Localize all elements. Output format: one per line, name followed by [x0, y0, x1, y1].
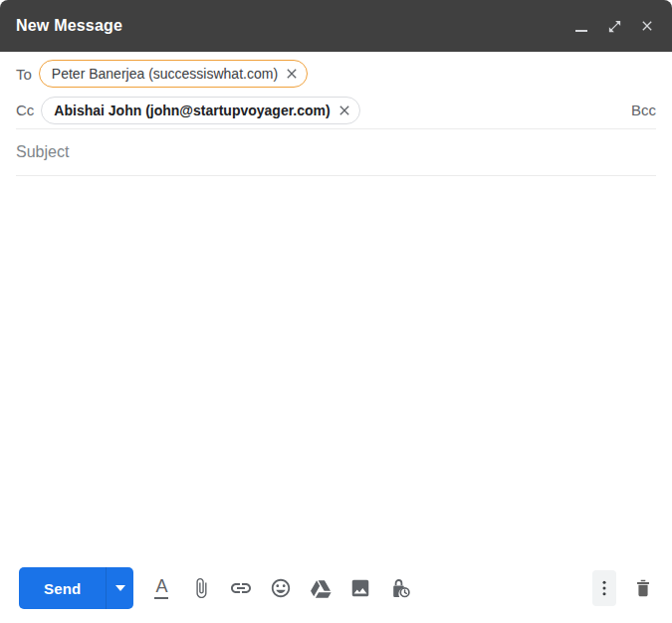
smiley-glyph [270, 577, 292, 599]
send-options-button[interactable] [106, 567, 133, 609]
bcc-toggle[interactable]: Bcc [631, 102, 656, 118]
insert-from-drive-icon[interactable] [309, 576, 333, 600]
recipient-fields: To Peter Banerjea (successiswhat.com) Cc… [0, 52, 672, 176]
close-glyph [639, 18, 655, 34]
close-glyph [284, 66, 300, 82]
recipient-chip-text: Peter Banerjea (successiswhat.com) [52, 66, 278, 82]
photo-glyph [349, 577, 371, 599]
subject-field[interactable] [16, 129, 656, 175]
titlebar: New Message [0, 0, 672, 52]
compose-window: New Message To Peter Banerjea (successis… [0, 0, 672, 623]
toolbar-right [592, 570, 655, 606]
send-split-button: Send [19, 567, 133, 609]
attach-files-icon[interactable] [189, 576, 213, 600]
paperclip-glyph [190, 577, 212, 599]
more-options-icon[interactable] [592, 570, 616, 606]
confidential-mode-icon[interactable] [388, 576, 412, 600]
lock-clock-glyph [388, 576, 412, 600]
cc-field[interactable]: Cc Abishai John (john@startupvoyager.com… [16, 92, 656, 128]
insert-photo-icon[interactable] [348, 576, 372, 600]
insert-emoji-icon[interactable] [269, 576, 293, 600]
recipient-chip-cc[interactable]: Abishai John (john@startupvoyager.com) [41, 97, 359, 124]
cc-label: Cc [16, 102, 34, 118]
underlined-a-glyph: A [154, 577, 168, 599]
insert-tools: A [149, 576, 412, 600]
discard-draft-icon[interactable] [631, 576, 655, 600]
trash-glyph [632, 577, 654, 599]
minimize-icon[interactable] [572, 17, 590, 35]
close-icon[interactable] [638, 17, 656, 35]
compose-toolbar: Send A [0, 561, 672, 623]
close-glyph [336, 103, 352, 118]
send-button[interactable]: Send [19, 567, 106, 609]
open-in-full-glyph [607, 19, 622, 34]
insert-link-icon[interactable] [229, 576, 253, 600]
window-controls [572, 17, 656, 35]
to-field[interactable]: To Peter Banerjea (successiswhat.com) [16, 52, 656, 92]
more-vert-glyph [594, 578, 614, 598]
window-title: New Message [16, 17, 122, 35]
subject-input[interactable] [16, 143, 656, 161]
remove-recipient-icon[interactable] [283, 65, 301, 83]
recipient-chip-text: Abishai John (john@startupvoyager.com) [54, 103, 330, 118]
minimize-bar [575, 30, 587, 32]
to-label: To [16, 66, 32, 83]
recipient-chip-to[interactable]: Peter Banerjea (successiswhat.com) [39, 60, 308, 88]
remove-recipient-icon[interactable] [336, 102, 353, 119]
link-glyph [229, 576, 253, 600]
formatting-options-icon[interactable]: A [149, 576, 173, 600]
pop-out-icon[interactable] [605, 17, 623, 35]
message-body[interactable] [0, 176, 672, 561]
caret-down-icon [115, 585, 125, 591]
drive-glyph [310, 577, 332, 599]
